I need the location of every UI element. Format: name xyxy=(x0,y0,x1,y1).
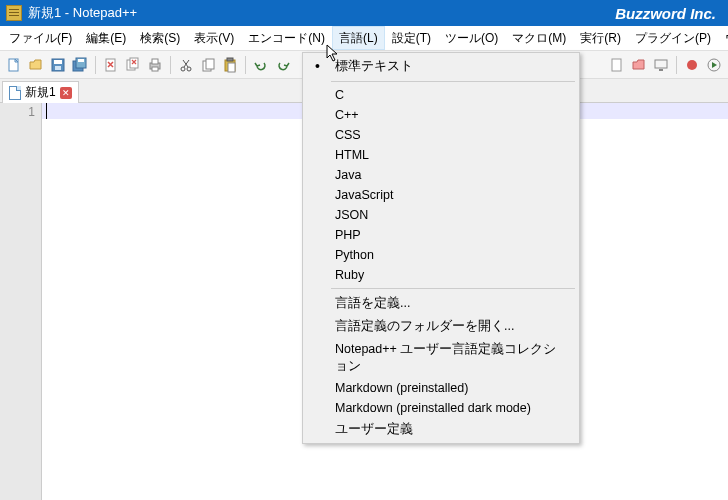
menu-window[interactable]: ウィンドウ管理(W) xyxy=(718,26,728,50)
toolbar-save-icon[interactable] xyxy=(48,55,68,75)
dropdown-item-udl-collection[interactable]: Notepad++ ユーザー言語定義コレクション xyxy=(303,338,579,378)
toolbar-folder-icon[interactable] xyxy=(629,55,649,75)
svg-point-14 xyxy=(187,67,191,71)
svg-rect-3 xyxy=(55,66,61,70)
svg-rect-22 xyxy=(659,69,663,71)
dropdown-item-markdown-dark[interactable]: Markdown (preinstalled dark mode) xyxy=(303,398,579,418)
dropdown-item-user-defined[interactable]: ユーザー定義 xyxy=(303,418,579,441)
toolbar-redo-icon[interactable] xyxy=(273,55,293,75)
tab-label: 新規1 xyxy=(25,84,56,101)
svg-rect-16 xyxy=(206,59,214,69)
svg-rect-11 xyxy=(152,59,158,64)
menu-file[interactable]: ファイル(F) xyxy=(2,26,79,50)
menu-search[interactable]: 検索(S) xyxy=(133,26,187,50)
toolbar-new-icon[interactable] xyxy=(4,55,24,75)
window-title: 新規1 - Notepad++ xyxy=(28,4,137,22)
svg-rect-19 xyxy=(228,63,235,72)
toolbar-record-icon[interactable] xyxy=(682,55,702,75)
brand-label: Buzzword Inc. xyxy=(615,5,716,22)
dropdown-item-php[interactable]: PHP xyxy=(303,225,579,245)
dropdown-item-define-language[interactable]: 言語を定義... xyxy=(303,292,579,315)
dropdown-item-css[interactable]: CSS xyxy=(303,125,579,145)
dropdown-item-cpp[interactable]: C++ xyxy=(303,105,579,125)
dropdown-item-json[interactable]: JSON xyxy=(303,205,579,225)
toolbar-close-icon[interactable] xyxy=(101,55,121,75)
tab-active[interactable]: 新規1 ✕ xyxy=(2,81,79,103)
toolbar-paste-icon[interactable] xyxy=(220,55,240,75)
menu-settings[interactable]: 設定(T) xyxy=(385,26,438,50)
line-gutter: 1 xyxy=(0,103,42,500)
menu-run[interactable]: 実行(R) xyxy=(573,26,628,50)
toolbar-closeall-icon[interactable] xyxy=(123,55,143,75)
language-dropdown: 標準テキスト C C++ CSS HTML Java JavaScript JS… xyxy=(302,52,580,444)
toolbar-doc-icon[interactable] xyxy=(607,55,627,75)
menu-edit[interactable]: 編集(E) xyxy=(79,26,133,50)
line-number: 1 xyxy=(6,105,35,119)
toolbar-copy-icon[interactable] xyxy=(198,55,218,75)
toolbar-monitor-icon[interactable] xyxy=(651,55,671,75)
toolbar-separator xyxy=(245,56,246,74)
toolbar-undo-icon[interactable] xyxy=(251,55,271,75)
svg-point-13 xyxy=(181,67,185,71)
toolbar-separator xyxy=(676,56,677,74)
menu-language[interactable]: 言語(L) xyxy=(332,26,385,50)
svg-rect-6 xyxy=(78,59,84,62)
menu-macro[interactable]: マクロ(M) xyxy=(505,26,573,50)
menu-encoding[interactable]: エンコード(N) xyxy=(241,26,332,50)
dropdown-item-normal-text[interactable]: 標準テキスト xyxy=(303,55,579,78)
dropdown-separator xyxy=(331,288,575,289)
svg-rect-9 xyxy=(130,58,138,68)
toolbar-play-icon[interactable] xyxy=(704,55,724,75)
svg-rect-20 xyxy=(612,59,621,71)
toolbar-separator xyxy=(95,56,96,74)
dropdown-item-markdown-preinstalled[interactable]: Markdown (preinstalled) xyxy=(303,378,579,398)
app-icon xyxy=(6,5,22,21)
dropdown-item-java[interactable]: Java xyxy=(303,165,579,185)
dropdown-separator xyxy=(331,81,575,82)
svg-rect-12 xyxy=(152,67,158,71)
menu-view[interactable]: 表示(V) xyxy=(187,26,241,50)
menu-tools[interactable]: ツール(O) xyxy=(438,26,505,50)
svg-point-23 xyxy=(687,60,697,70)
toolbar-saveall-icon[interactable] xyxy=(70,55,90,75)
dropdown-item-javascript[interactable]: JavaScript xyxy=(303,185,579,205)
text-caret xyxy=(46,103,47,119)
menubar: ファイル(F) 編集(E) 検索(S) 表示(V) エンコード(N) 言語(L)… xyxy=(0,26,728,51)
menu-plugin[interactable]: プラグイン(P) xyxy=(628,26,718,50)
dropdown-item-html[interactable]: HTML xyxy=(303,145,579,165)
titlebar: 新規1 - Notepad++ Buzzword Inc. xyxy=(0,0,728,26)
svg-rect-2 xyxy=(54,60,62,64)
dropdown-item-ruby[interactable]: Ruby xyxy=(303,265,579,285)
toolbar-open-icon[interactable] xyxy=(26,55,46,75)
dropdown-item-open-udl-folder[interactable]: 言語定義のフォルダーを開く... xyxy=(303,315,579,338)
dropdown-item-python[interactable]: Python xyxy=(303,245,579,265)
svg-rect-21 xyxy=(655,60,667,68)
tab-close-icon[interactable]: ✕ xyxy=(60,87,72,99)
svg-rect-18 xyxy=(227,58,233,61)
toolbar-cut-icon[interactable] xyxy=(176,55,196,75)
toolbar-print-icon[interactable] xyxy=(145,55,165,75)
toolbar-separator xyxy=(170,56,171,74)
file-icon xyxy=(9,86,21,100)
dropdown-item-c[interactable]: C xyxy=(303,85,579,105)
